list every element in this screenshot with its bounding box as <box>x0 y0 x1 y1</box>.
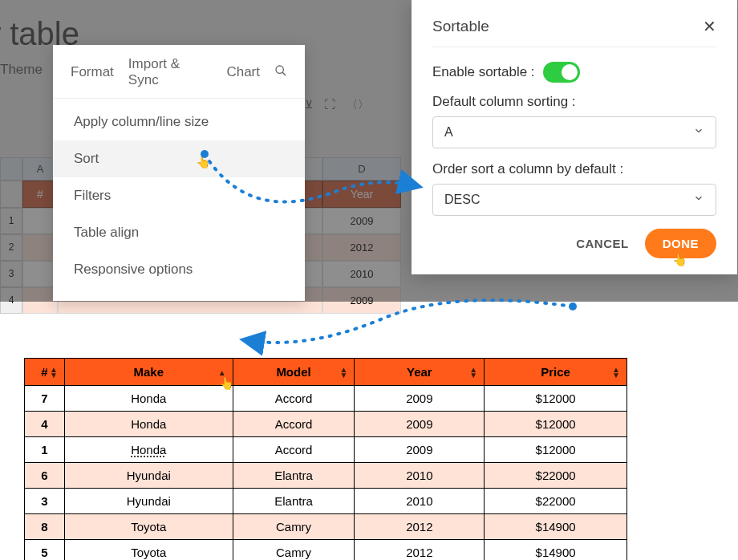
cell-year: 2010 <box>355 489 485 514</box>
cancel-button[interactable]: CANCEL <box>576 237 629 250</box>
cell-make: Toyota <box>64 514 233 540</box>
th-price[interactable]: Price ▲▼ <box>485 359 627 386</box>
th-make[interactable]: Make ▲ 👆 <box>64 359 233 386</box>
chevron-down-icon <box>693 125 704 140</box>
table-row: 5ToyotaCamry2012$14900 <box>25 540 627 561</box>
cell-make: Honda <box>64 437 233 463</box>
th-num[interactable]: # ▲▼ <box>25 359 65 386</box>
order-sort-label: Order sort a column by default : <box>432 161 716 177</box>
sort-icon: ▲▼ <box>340 367 348 378</box>
chevron-down-icon <box>693 193 704 207</box>
result-table-panel: # ▲▼ Make ▲ 👆 Model ▲▼ Year ▲▼ Price <box>16 350 638 560</box>
hand-cursor-icon: 👆 <box>196 155 211 169</box>
cell-num: 6 <box>25 463 65 489</box>
tab-format[interactable]: Format <box>71 64 114 80</box>
th-price-label: Price <box>541 365 570 379</box>
th-make-label: Make <box>134 365 164 379</box>
modal-title: Sortable <box>432 18 489 35</box>
cell-model: Elantra <box>233 463 355 489</box>
th-year[interactable]: Year ▲▼ <box>355 359 485 386</box>
bg-header-year: Year <box>322 181 401 208</box>
cell-price: $12000 <box>485 437 627 463</box>
cell-price: $12000 <box>485 412 627 437</box>
cell-year: 2012 <box>355 514 485 540</box>
menu-table-align[interactable]: Table align <box>53 214 305 251</box>
enable-sortable-toggle[interactable] <box>543 62 580 83</box>
cell-make: Hyundai <box>64 463 233 489</box>
cell-num: 7 <box>25 386 65 412</box>
done-button[interactable]: DONE 👆 <box>645 229 716 258</box>
cell-year: 2009 <box>355 386 485 412</box>
col-letter-d[interactable]: D <box>322 157 401 181</box>
done-button-label: DONE <box>663 237 699 250</box>
cell-price: $22000 <box>485 489 627 514</box>
cell-num: 1 <box>25 437 65 463</box>
sort-icon: ▲▼ <box>469 367 477 378</box>
tab-chart[interactable]: Chart <box>226 64 260 80</box>
cell-num: 8 <box>25 514 65 540</box>
table-row: 6HyundaiElantra2010$22000 <box>25 463 627 489</box>
cell-year: 2009 <box>355 437 485 463</box>
cell-price: $22000 <box>485 463 627 489</box>
hand-cursor-icon: 👆 <box>672 253 688 267</box>
cell-model: Camry <box>233 514 355 540</box>
cell-make: Hyundai <box>64 489 233 514</box>
default-sort-value: A <box>444 125 453 140</box>
svg-line-1 <box>282 72 286 75</box>
menu-filters[interactable]: Filters <box>53 177 305 214</box>
sort-asc-icon: ▲ <box>218 369 226 375</box>
sortable-modal: Sortable ✕ Enable sortable : Default col… <box>412 0 737 274</box>
table-row: 3HyundaiElantra2010$22000 <box>25 489 627 514</box>
th-year-label: Year <box>407 365 432 379</box>
cell-make: Honda <box>64 386 233 412</box>
table-row: 1HondaAccord2009$12000 <box>25 437 627 463</box>
sort-icon: ▲▼ <box>612 367 620 378</box>
format-dropdown: Format Import & Sync Chart Apply column/… <box>53 45 305 301</box>
cell-year: 2010 <box>355 463 485 489</box>
tab-import-sync[interactable]: Import & Sync <box>128 56 213 88</box>
cell-year: 2012 <box>355 540 485 561</box>
toolbar-fragment: ⊻ ⛶ 〈〉 <box>305 98 369 112</box>
menu-sort[interactable]: Sort 👆 <box>53 140 305 177</box>
cell-model: Accord <box>233 437 355 463</box>
cell-model: Elantra <box>233 489 355 514</box>
th-model-label: Model <box>276 365 310 379</box>
result-table: # ▲▼ Make ▲ 👆 Model ▲▼ Year ▲▼ Price <box>24 358 627 560</box>
enable-sortable-label: Enable sortable : <box>432 64 535 80</box>
cell-price: $14900 <box>485 540 627 561</box>
search-icon[interactable] <box>274 64 287 81</box>
sort-icon: ▲▼ <box>50 367 58 378</box>
th-num-label: # <box>41 365 47 379</box>
close-icon[interactable]: ✕ <box>703 18 716 34</box>
menubar: Theme <box>0 62 43 78</box>
underline-icon[interactable]: ⊻ <box>305 98 313 112</box>
order-sort-value: DESC <box>444 193 480 207</box>
cell-model: Accord <box>233 412 355 437</box>
cell-num: 3 <box>25 489 65 514</box>
cell-price: $14900 <box>485 514 627 540</box>
svg-point-3 <box>569 302 577 310</box>
cell-model: Camry <box>233 540 355 561</box>
cell-num: 5 <box>25 540 65 561</box>
table-row: 4HondaAccord2009$12000 <box>25 412 627 437</box>
tab-theme[interactable]: Theme <box>0 62 43 78</box>
cell-make: Toyota <box>64 540 233 561</box>
table-row: 8ToyotaCamry2012$14900 <box>25 514 627 540</box>
code-icon[interactable]: 〈〉 <box>347 98 369 112</box>
fullscreen-icon[interactable]: ⛶ <box>324 98 335 112</box>
cell-price: $12000 <box>485 386 627 412</box>
default-sort-select[interactable]: A <box>432 116 716 148</box>
cell-make: Honda <box>64 412 233 437</box>
cell-year: 2009 <box>355 412 485 437</box>
order-sort-select[interactable]: DESC <box>432 184 716 216</box>
menu-apply-col-size[interactable]: Apply column/line size <box>53 103 305 140</box>
menu-responsive[interactable]: Responsive options <box>53 251 305 288</box>
cell-model: Accord <box>233 386 355 412</box>
table-row: 7HondaAccord2009$12000 <box>25 386 627 412</box>
menu-sort-label: Sort <box>74 151 99 166</box>
default-sort-label: Default column sorting : <box>432 94 716 110</box>
cell-num: 4 <box>25 412 65 437</box>
th-model[interactable]: Model ▲▼ <box>233 359 355 386</box>
svg-point-0 <box>276 66 283 73</box>
